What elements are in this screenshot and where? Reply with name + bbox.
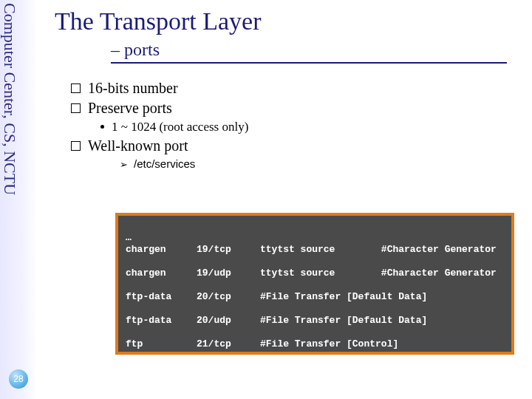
svc-name: ftp	[126, 362, 197, 374]
code-row: chargen19/udpttytst source #Character Ge…	[126, 267, 504, 279]
svc-rest: ttytst source #Character Generator	[260, 244, 504, 256]
code-row: ssh22/tcp#Secure Shell Login	[126, 386, 504, 398]
svc-name: ssh	[126, 386, 197, 398]
svc-rest: #File Transfer [Control]	[260, 362, 504, 374]
svc-name: chargen	[126, 267, 197, 279]
svc-port: 20/tcp	[197, 291, 260, 303]
bullet-2: Preserve ports	[71, 100, 248, 117]
svc-rest: #File Transfer [Default Data]	[260, 315, 504, 327]
bullet-1-text: 16-bits number	[88, 80, 178, 96]
slide-title: The Transport Layer	[55, 7, 262, 35]
svc-rest: #File Transfer [Control]	[260, 338, 504, 350]
svc-port: 20/udp	[197, 315, 260, 327]
bullet-2-sub-text: 1 ~ 1024 (root access only)	[112, 120, 248, 134]
code-row: ftp21/tcp#File Transfer [Control]	[126, 338, 504, 350]
square-bullet-icon	[71, 83, 81, 93]
slide: Computer Center, CS, NCTU The Transport …	[0, 0, 532, 399]
svc-name: ftp-data	[126, 291, 197, 303]
svc-port: 19/udp	[197, 267, 260, 279]
svc-name: ftp-data	[126, 315, 197, 327]
page-number-badge: 28	[9, 369, 28, 389]
code-ellipsis-top: …	[126, 232, 132, 243]
square-bullet-icon	[71, 141, 81, 151]
code-block: … chargen19/tcpttytst source #Character …	[115, 213, 514, 355]
svc-rest: #Secure Shell Login	[260, 386, 504, 398]
code-row: ftp-data20/udp#File Transfer [Default Da…	[126, 315, 504, 327]
code-row: chargen19/tcpttytst source #Character Ge…	[126, 244, 504, 256]
bullet-1: 16-bits number	[71, 80, 248, 97]
code-row: ftp21/udp#File Transfer [Control]	[126, 362, 504, 374]
sidebar-label: Computer Center, CS, NCTU	[0, 3, 19, 195]
page-number: 28	[13, 374, 23, 384]
bullet-list: 16-bits number Preserve ports 1 ~ 1024 (…	[71, 77, 248, 173]
bullet-2-text: Preserve ports	[88, 100, 172, 116]
bullet-3-sub-text: /etc/services	[134, 157, 195, 170]
code-row: ftp-data20/tcp#File Transfer [Default Da…	[126, 291, 504, 303]
svc-port: 22/tcp	[197, 386, 260, 398]
title-underline	[111, 62, 507, 64]
slide-subtitle: – ports	[111, 40, 160, 60]
bullet-3-sub: ➢/etc/services	[120, 157, 248, 170]
svc-port: 21/tcp	[197, 338, 260, 350]
svc-name: ftp	[126, 338, 197, 350]
sidebar: Computer Center, CS, NCTU	[0, 0, 37, 399]
svc-name: chargen	[126, 244, 197, 256]
svc-port: 19/tcp	[197, 244, 260, 256]
bullet-3-text: Well-known port	[88, 137, 188, 154]
bullet-2-sub: 1 ~ 1024 (root access only)	[100, 120, 248, 134]
svc-rest: #File Transfer [Default Data]	[260, 291, 504, 303]
dot-bullet-icon	[100, 125, 104, 129]
square-bullet-icon	[71, 103, 81, 113]
svc-port: 21/udp	[197, 362, 260, 374]
bullet-3: Well-known port	[71, 137, 248, 154]
svc-rest: ttytst source #Character Generator	[260, 267, 504, 279]
arrow-bullet-icon: ➢	[120, 159, 128, 170]
